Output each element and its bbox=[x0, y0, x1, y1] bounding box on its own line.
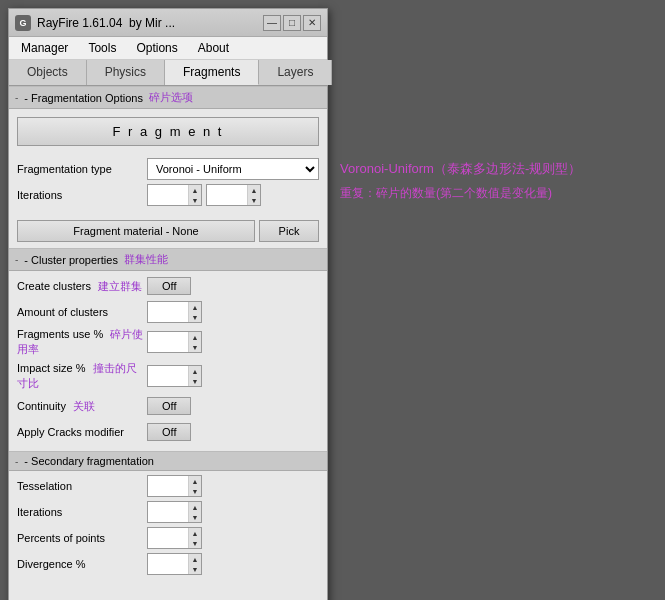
impact-size-down[interactable]: ▼ bbox=[189, 376, 201, 386]
cluster-collapse-icon[interactable]: - bbox=[15, 254, 18, 265]
amount-clusters-spinner: 10 ▲ ▼ bbox=[147, 301, 202, 323]
iterations-control: 56 ▲ ▼ 10 ▲ ▼ bbox=[147, 184, 319, 206]
secondary-collapse-icon[interactable]: - bbox=[15, 456, 18, 467]
secondary-section-header: - - Secondary fragmentation bbox=[9, 451, 327, 471]
tab-physics[interactable]: Physics bbox=[87, 60, 165, 85]
impact-size-btns: ▲ ▼ bbox=[188, 366, 201, 386]
iterations-secondary-row: Iterations 0 ▲ ▼ bbox=[17, 501, 319, 523]
restore-button[interactable]: □ bbox=[283, 15, 301, 31]
fragments-use-up[interactable]: ▲ bbox=[189, 332, 201, 342]
iterations-down-1[interactable]: ▼ bbox=[189, 195, 201, 205]
menu-options[interactable]: Options bbox=[128, 39, 185, 57]
main-window: G RayFire 1.61.04 by Mir ... — □ ✕ Manag… bbox=[8, 8, 328, 600]
cluster-section: Create clusters 建立群集 Off Amount of clust… bbox=[9, 271, 327, 451]
percents-down[interactable]: ▼ bbox=[189, 538, 201, 548]
iterations-secondary-down[interactable]: ▼ bbox=[189, 512, 201, 522]
fragments-use-label: Fragments use % 碎片使用率 bbox=[17, 327, 147, 357]
spinner-btns-1: ▲ ▼ bbox=[188, 185, 201, 205]
info-panel: Voronoi-Uniform（泰森多边形法-规则型） 重复：碎片的数量(第二个… bbox=[340, 160, 650, 203]
divergence-up[interactable]: ▲ bbox=[189, 554, 201, 564]
iterations-up-2[interactable]: ▲ bbox=[248, 185, 260, 195]
amount-clusters-up[interactable]: ▲ bbox=[189, 302, 201, 312]
iterations-down-2[interactable]: ▼ bbox=[248, 195, 260, 205]
iterations-spinner-2: 10 ▲ ▼ bbox=[206, 184, 261, 206]
fragment-button[interactable]: F r a g m e n t bbox=[17, 117, 319, 146]
percents-btns: ▲ ▼ bbox=[188, 528, 201, 548]
fragments-use-spinner: 100 ▲ ▼ bbox=[147, 331, 202, 353]
cluster-section-header: - - Cluster properties 群集性能 bbox=[9, 248, 327, 271]
tesselation-input[interactable]: 0 bbox=[148, 479, 188, 493]
iterations-spinner-group: 56 ▲ ▼ 10 ▲ ▼ bbox=[147, 184, 261, 206]
tesselation-down[interactable]: ▼ bbox=[189, 486, 201, 496]
amount-clusters-row: Amount of clusters 10 ▲ ▼ bbox=[17, 301, 319, 323]
menu-tools[interactable]: Tools bbox=[80, 39, 124, 57]
create-clusters-toggle[interactable]: Off bbox=[147, 277, 191, 295]
cluster-properties-chinese: 群集性能 bbox=[124, 252, 168, 267]
iterations-input-1[interactable]: 56 bbox=[148, 188, 188, 202]
iterations-input-2[interactable]: 10 bbox=[207, 188, 247, 202]
tesselation-row: Tesselation 0 ▲ ▼ bbox=[17, 475, 319, 497]
percents-label: Percents of points bbox=[17, 532, 147, 544]
minimize-button[interactable]: — bbox=[263, 15, 281, 31]
fragments-use-input[interactable]: 100 bbox=[148, 335, 188, 349]
material-row: Fragment material - None Pick bbox=[17, 220, 319, 242]
impact-size-input[interactable]: 0 bbox=[148, 369, 188, 383]
amount-clusters-down[interactable]: ▼ bbox=[189, 312, 201, 322]
secondary-label: - Secondary fragmentation bbox=[24, 455, 154, 467]
percents-input[interactable]: 80 bbox=[148, 531, 188, 545]
pick-button[interactable]: Pick bbox=[259, 220, 319, 242]
fragmentation-section-header: - - Fragmentation Options 碎片选项 bbox=[9, 86, 327, 109]
tesselation-control: 0 ▲ ▼ bbox=[147, 475, 319, 497]
continuity-label: Continuity 关联 bbox=[17, 399, 147, 414]
iterations-spinner-1: 56 ▲ ▼ bbox=[147, 184, 202, 206]
divergence-control: 10.0 ▲ ▼ bbox=[147, 553, 319, 575]
fragmentation-type-select[interactable]: Voronoi - Uniform bbox=[147, 158, 319, 180]
impact-size-row: Impact size % 撞击的尺寸比 0 ▲ ▼ bbox=[17, 361, 319, 391]
iterations-secondary-control: 0 ▲ ▼ bbox=[147, 501, 319, 523]
fragmentation-options-chinese: 碎片选项 bbox=[149, 90, 193, 105]
fragments-use-control: 100 ▲ ▼ bbox=[147, 331, 319, 353]
divergence-down[interactable]: ▼ bbox=[189, 564, 201, 574]
info-title: Voronoi-Uniform（泰森多边形法-规则型） bbox=[340, 160, 650, 178]
tesselation-btns: ▲ ▼ bbox=[188, 476, 201, 496]
divergence-btns: ▲ ▼ bbox=[188, 554, 201, 574]
menu-bar: Manager Tools Options About bbox=[9, 37, 327, 60]
app-title: RayFire 1.61.04 by Mir ... bbox=[37, 16, 263, 30]
continuity-toggle[interactable]: Off bbox=[147, 397, 191, 415]
collapse-icon[interactable]: - bbox=[15, 92, 18, 103]
fragment-material-button[interactable]: Fragment material - None bbox=[17, 220, 255, 242]
apply-cracks-label: Apply Cracks modifier bbox=[17, 426, 147, 438]
tesselation-up[interactable]: ▲ bbox=[189, 476, 201, 486]
tab-objects[interactable]: Objects bbox=[9, 60, 87, 85]
panel-content: - - Fragmentation Options 碎片选项 F r a g m… bbox=[9, 86, 327, 600]
percents-up[interactable]: ▲ bbox=[189, 528, 201, 538]
divergence-row: Divergence % 10.0 ▲ ▼ bbox=[17, 553, 319, 575]
divergence-input[interactable]: 10.0 bbox=[148, 557, 188, 571]
amount-clusters-label: Amount of clusters bbox=[17, 306, 147, 318]
create-clusters-chinese: 建立群集 bbox=[98, 280, 142, 292]
fragments-use-down[interactable]: ▼ bbox=[189, 342, 201, 352]
fragments-use-btns: ▲ ▼ bbox=[188, 332, 201, 352]
fragmentation-type-control: Voronoi - Uniform bbox=[147, 158, 319, 180]
continuity-control: Off bbox=[147, 397, 319, 415]
menu-manager[interactable]: Manager bbox=[13, 39, 76, 57]
apply-cracks-control: Off bbox=[147, 423, 319, 441]
menu-about[interactable]: About bbox=[190, 39, 237, 57]
iterations-secondary-up[interactable]: ▲ bbox=[189, 502, 201, 512]
percents-control: 80 ▲ ▼ bbox=[147, 527, 319, 549]
amount-clusters-btns: ▲ ▼ bbox=[188, 302, 201, 322]
iterations-up-1[interactable]: ▲ bbox=[189, 185, 201, 195]
percents-row: Percents of points 80 ▲ ▼ bbox=[17, 527, 319, 549]
fragmentation-type-section: Fragmentation type Voronoi - Uniform Ite… bbox=[9, 154, 327, 214]
apply-cracks-toggle[interactable]: Off bbox=[147, 423, 191, 441]
impact-size-up[interactable]: ▲ bbox=[189, 366, 201, 376]
window-controls: — □ ✕ bbox=[263, 15, 321, 31]
close-button[interactable]: ✕ bbox=[303, 15, 321, 31]
divergence-label: Divergence % bbox=[17, 558, 147, 570]
amount-clusters-input[interactable]: 10 bbox=[148, 305, 188, 319]
tab-layers[interactable]: Layers bbox=[259, 60, 332, 85]
cluster-properties-label: - Cluster properties bbox=[24, 254, 118, 266]
tab-fragments[interactable]: Fragments bbox=[165, 60, 259, 85]
continuity-chinese: 关联 bbox=[73, 400, 95, 412]
iterations-secondary-input[interactable]: 0 bbox=[148, 505, 188, 519]
